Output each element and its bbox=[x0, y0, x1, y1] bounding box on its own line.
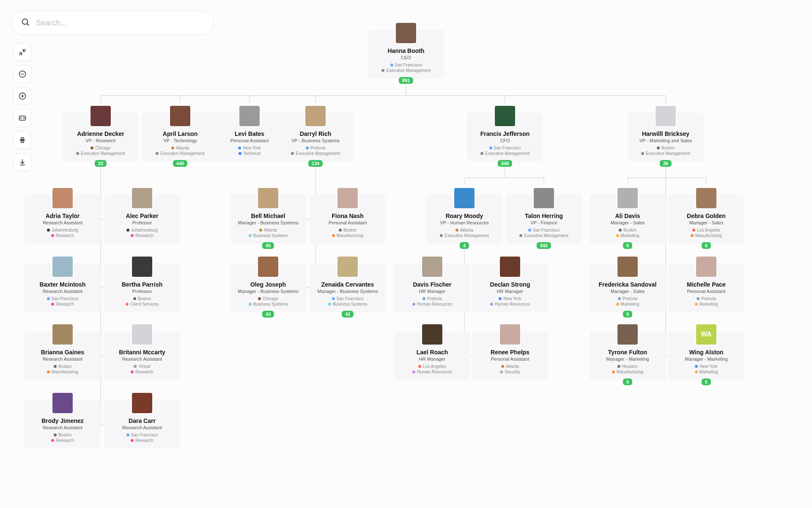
person-location: New York bbox=[238, 146, 261, 150]
department-dot-icon bbox=[612, 370, 615, 373]
person-card-brianna[interactable]: Brianna GainesResearch AssistantBostonMa… bbox=[25, 331, 101, 380]
person-title: Manager - Marketing bbox=[606, 356, 649, 362]
center-button[interactable] bbox=[14, 131, 31, 149]
person-card-ali[interactable]: Ali DavisManager - SalesBostonMarketing6 bbox=[590, 195, 666, 244]
department-dot-icon bbox=[131, 234, 134, 237]
report-count-badge[interactable]: 991 bbox=[399, 77, 413, 84]
report-count-badge[interactable]: 45 bbox=[262, 242, 274, 249]
person-location: San Francisco bbox=[528, 228, 560, 232]
person-card-fredericka[interactable]: Fredericka SandovalManager - SalesPretor… bbox=[590, 263, 666, 312]
report-count-badge[interactable]: 6 bbox=[623, 311, 632, 318]
person-card-davis[interactable]: Davis FischerHR ManagerPretoriaHuman Res… bbox=[394, 263, 470, 312]
avatar bbox=[337, 187, 359, 209]
person-card-harwill[interactable]: Harwilll BrickseyVP - Marketing and Sale… bbox=[628, 113, 704, 162]
zoom-in-button[interactable] bbox=[14, 87, 31, 105]
person-name: Oleg Joseph bbox=[250, 281, 286, 288]
avatar bbox=[131, 392, 153, 414]
person-card-declan[interactable]: Declan StrongHR ManagerNew YorkHuman Res… bbox=[472, 263, 548, 312]
person-location: Pretoria bbox=[422, 296, 442, 301]
person-location: Boston bbox=[657, 146, 675, 150]
person-card-baxter[interactable]: Baxter McintoshResearch AssistantSan Fra… bbox=[25, 263, 101, 312]
person-card-alec[interactable]: Alec ParkerProfessorJohannesburgResearch bbox=[104, 195, 180, 244]
person-department: Human Resources bbox=[412, 302, 452, 306]
person-name: Fredericka Sandoval bbox=[599, 281, 657, 288]
person-card-levi[interactable]: Levi BatesPersonal AssistantNew YorkTech… bbox=[211, 113, 288, 162]
person-name: April Larson bbox=[163, 130, 198, 137]
department-dot-icon bbox=[51, 234, 54, 237]
report-count-badge[interactable]: 342 bbox=[537, 242, 551, 249]
person-card-adrienne[interactable]: Adrienne DeckerVP - ResearchChicagoExecu… bbox=[63, 113, 139, 162]
report-count-badge[interactable]: 43 bbox=[262, 311, 274, 318]
person-location: Johannesburg bbox=[126, 228, 158, 232]
zoom-out-button[interactable] bbox=[14, 65, 31, 83]
person-card-debra[interactable]: Debra GoldenManager - SalesLos AngelesMa… bbox=[668, 195, 744, 244]
avatar bbox=[395, 22, 417, 44]
report-count-badge[interactable]: 42 bbox=[342, 311, 354, 318]
avatar bbox=[337, 256, 359, 278]
person-card-michelle[interactable]: Michelle PacePersonal AssistantPretoriaM… bbox=[668, 263, 744, 312]
person-card-dara[interactable]: Dara CarrResearch AssistantSan Francisco… bbox=[104, 400, 180, 449]
person-card-francis[interactable]: Francis JeffersonCFOSan FranciscoExecuti… bbox=[467, 113, 543, 162]
person-name: Michelle Pace bbox=[687, 281, 726, 288]
department-dot-icon bbox=[239, 152, 241, 155]
person-card-roary[interactable]: Roary MoodyVP - Human ResourcesAtlantaEx… bbox=[426, 195, 502, 244]
location-dot-icon bbox=[54, 365, 57, 368]
report-count-badge[interactable]: 6 bbox=[702, 242, 711, 249]
location-dot-icon bbox=[339, 229, 342, 232]
department-dot-icon bbox=[131, 370, 134, 373]
person-department: Executive Management bbox=[156, 151, 205, 156]
avatar bbox=[494, 105, 516, 127]
report-count-badge[interactable]: 348 bbox=[498, 160, 512, 167]
collapse-button[interactable] bbox=[14, 43, 31, 61]
person-title: Research Assistant bbox=[43, 289, 82, 294]
location-dot-icon bbox=[134, 365, 137, 368]
report-count-badge[interactable]: 134 bbox=[308, 160, 323, 167]
search-bar[interactable] bbox=[11, 11, 214, 35]
person-department: Business Systems bbox=[328, 302, 368, 306]
fit-width-button[interactable] bbox=[14, 109, 31, 127]
location-dot-icon bbox=[455, 229, 458, 232]
department-dot-icon bbox=[332, 234, 335, 237]
person-card-wing[interactable]: WAWing AlstonManager - MarketingNew York… bbox=[668, 331, 744, 380]
person-card-britanni[interactable]: Britanni MccartyResearch AssistantVirtua… bbox=[104, 331, 180, 380]
person-title: Manager - Business Systems bbox=[317, 289, 378, 294]
report-count-badge[interactable]: 6 bbox=[623, 242, 632, 249]
person-card-zenaida[interactable]: Zenaida CervantesManager - Business Syst… bbox=[310, 263, 386, 312]
person-card-bell[interactable]: Bell MichaelManager - Business SystemsAt… bbox=[230, 195, 306, 244]
person-department: Executive Management bbox=[480, 151, 529, 156]
person-name: Darryl Rich bbox=[300, 130, 332, 137]
person-name: Bell Michael bbox=[251, 213, 285, 219]
avatar bbox=[52, 392, 74, 414]
department-dot-icon bbox=[691, 234, 694, 237]
department-dot-icon bbox=[519, 234, 522, 237]
person-card-hanna[interactable]: Hanna BoothCEOSan FranciscoExecutive Man… bbox=[368, 30, 444, 79]
person-card-tyrone[interactable]: Tyrone FultonManager - MarketingHoustonM… bbox=[590, 331, 666, 380]
person-location: Boston bbox=[54, 433, 71, 437]
person-card-bertha[interactable]: Bertha ParrishProfessorBostonClient Serv… bbox=[104, 263, 180, 312]
person-title: VP - Human Resources bbox=[440, 220, 488, 225]
report-count-badge[interactable]: 22 bbox=[95, 160, 107, 167]
person-department: Research bbox=[131, 438, 154, 443]
person-card-adria[interactable]: Adria TaylorResearch AssistantJohannesbu… bbox=[25, 195, 101, 244]
person-card-oleg[interactable]: Oleg JosephManager - Business SystemsChi… bbox=[230, 263, 306, 312]
report-count-badge[interactable]: 6 bbox=[623, 378, 632, 385]
person-title: Manager - Sales bbox=[611, 289, 645, 294]
person-card-lael[interactable]: Lael RoachHR ManagerLos AngelesHuman Res… bbox=[394, 331, 470, 380]
person-card-renee[interactable]: Renee PhelpsPersonal AssistantAtlantaSec… bbox=[472, 331, 548, 380]
person-card-april[interactable]: April LarsonVP - TechnologyAtlantaExecut… bbox=[142, 113, 218, 162]
search-input[interactable] bbox=[36, 19, 204, 28]
person-location: Boston bbox=[133, 296, 151, 301]
person-card-fiona[interactable]: Fiona NashPersonal AssistantBostonManufa… bbox=[310, 195, 386, 244]
person-title: Manager - Sales bbox=[689, 220, 724, 225]
person-card-brody[interactable]: Brody JimenezResearch AssistantBostonRes… bbox=[25, 400, 101, 449]
person-name: Ali Davis bbox=[615, 213, 640, 219]
person-title: HR Manager bbox=[497, 289, 523, 294]
report-count-badge[interactable]: 36 bbox=[660, 160, 672, 167]
download-button[interactable] bbox=[14, 153, 31, 171]
person-card-darryl[interactable]: Darryl RichVP - Business SystemsPretoria… bbox=[277, 113, 354, 162]
report-count-badge[interactable]: 6 bbox=[702, 378, 711, 385]
report-count-badge[interactable]: 4 bbox=[460, 242, 469, 249]
person-card-talon[interactable]: Talon HerringVP - FinanceSan FranciscoEx… bbox=[506, 195, 582, 244]
svg-line-2 bbox=[23, 49, 26, 52]
report-count-badge[interactable]: 445 bbox=[173, 160, 187, 167]
